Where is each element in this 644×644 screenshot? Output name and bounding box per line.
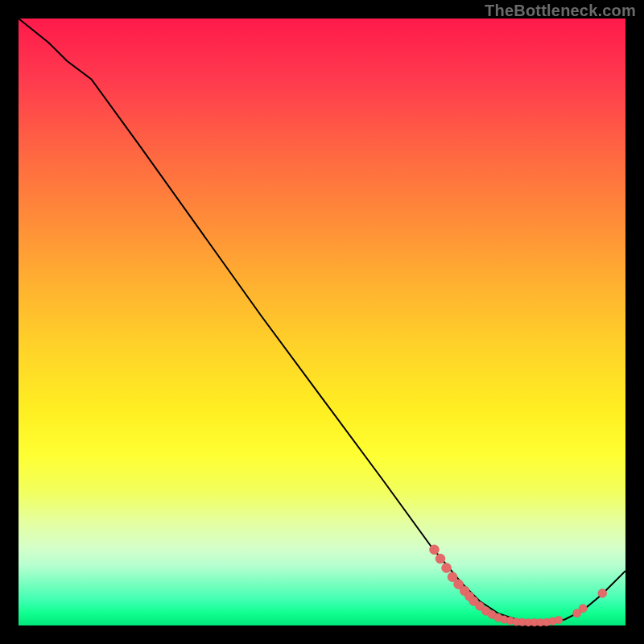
bottleneck-curve-svg xyxy=(0,0,644,644)
curve-marker xyxy=(436,554,445,564)
curve-marker xyxy=(430,545,440,555)
bottleneck-curve xyxy=(19,19,625,622)
curve-marker xyxy=(579,605,587,613)
curve-markers xyxy=(430,545,607,626)
curve-marker xyxy=(555,616,563,624)
curve-marker xyxy=(598,589,607,598)
chart-frame: TheBottleneck.com xyxy=(0,0,644,644)
curve-marker xyxy=(442,563,452,572)
